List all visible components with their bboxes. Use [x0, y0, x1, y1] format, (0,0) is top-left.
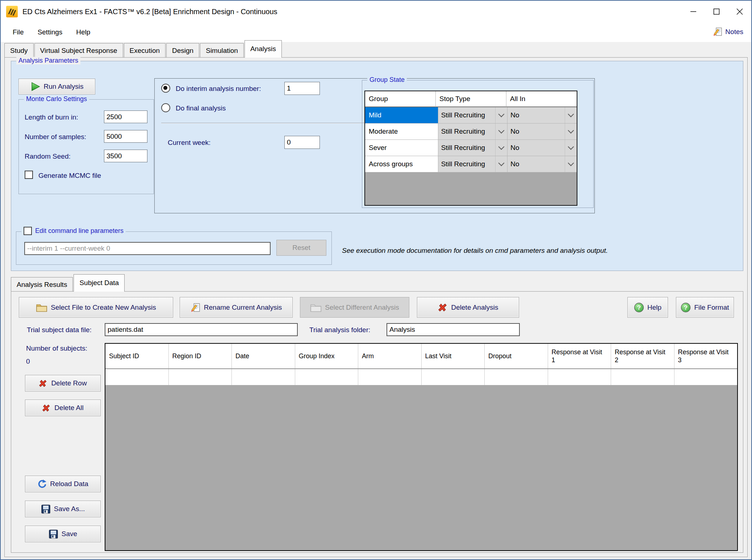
trial-subject-data-file-label: Trial subject data file:: [27, 326, 92, 334]
chevron-down-icon[interactable]: [565, 107, 577, 123]
tab-design[interactable]: Design: [166, 43, 199, 58]
close-button[interactable]: [728, 1, 751, 22]
empty-cell[interactable]: [611, 369, 674, 385]
chevron-down-icon[interactable]: [495, 107, 507, 123]
col-arm[interactable]: Arm: [358, 344, 422, 368]
select-file-new-analysis-button[interactable]: Select File to Create New Analysis: [19, 297, 173, 318]
group-state-header-row: Group Stop Type All In: [365, 91, 577, 107]
rename-current-analysis-button[interactable]: Rename Current Analysis: [180, 297, 293, 318]
empty-cell[interactable]: [169, 369, 232, 385]
stop-type-value: Still Recruiting: [438, 140, 496, 156]
number-of-subjects-value: 0: [26, 358, 30, 365]
col-dropout[interactable]: Dropout: [485, 344, 548, 368]
cmd-params-legend-row: Edit command line parameters: [21, 227, 126, 235]
group-state-row-across-groups: Across groups Still Recruiting No: [365, 156, 577, 172]
subject-data-panel: Select File to Create New Analysis Renam…: [11, 291, 743, 553]
trial-analysis-folder-input[interactable]: [387, 323, 520, 336]
col-response-visit-2[interactable]: Response at Visit 2: [611, 344, 674, 368]
select-different-analysis-button[interactable]: Select Different Analysis: [300, 297, 409, 318]
stop-type-dropdown[interactable]: Still Recruiting: [438, 156, 508, 172]
delete-all-button[interactable]: Delete All: [25, 400, 101, 416]
interim-number-input[interactable]: [284, 82, 320, 95]
edit-cmd-checkbox[interactable]: [24, 227, 32, 235]
empty-cell[interactable]: [295, 369, 359, 385]
analysis-parameters-legend: Analysis Parameters: [16, 57, 80, 64]
generate-mcmc-checkbox[interactable]: [25, 171, 33, 179]
save-button[interactable]: Save: [25, 526, 101, 542]
run-analysis-button[interactable]: Run Analysis: [18, 79, 95, 95]
reload-data-button[interactable]: Reload Data: [25, 476, 101, 492]
tab-virtual-subject-response[interactable]: Virtual Subject Response: [34, 43, 123, 58]
delete-analysis-button[interactable]: Delete Analysis: [417, 297, 519, 318]
group-cell[interactable]: Mild: [365, 107, 438, 124]
group-cell[interactable]: Moderate: [365, 124, 438, 140]
empty-cell[interactable]: [485, 369, 548, 385]
col-last-visit[interactable]: Last Visit: [422, 344, 485, 368]
cmd-params-group: Edit command line parameters Reset: [16, 231, 332, 265]
chevron-down-icon[interactable]: [495, 156, 507, 172]
trial-subject-data-file-input[interactable]: [105, 323, 298, 336]
col-date[interactable]: Date: [232, 344, 295, 368]
tab-study[interactable]: Study: [4, 43, 34, 58]
empty-cell[interactable]: [232, 369, 295, 385]
empty-cell[interactable]: [674, 369, 738, 385]
group-state-group: Group State Group Stop Type All In Mild …: [362, 80, 594, 208]
col-response-visit-3[interactable]: Response at Visit 3: [674, 344, 738, 368]
all-in-dropdown[interactable]: No: [507, 124, 577, 140]
stop-type-dropdown[interactable]: Still Recruiting: [438, 124, 508, 140]
col-response-visit-1[interactable]: Response at Visit 1: [548, 344, 611, 368]
window-controls: [682, 1, 751, 22]
notes-button[interactable]: Notes: [711, 25, 745, 38]
final-analysis-radio[interactable]: [161, 103, 170, 112]
file-format-button[interactable]: ? File Format: [676, 297, 734, 318]
group-cell[interactable]: Across groups: [365, 156, 438, 172]
minimize-button[interactable]: [682, 1, 705, 22]
tab-analysis[interactable]: Analysis: [245, 40, 282, 58]
final-analysis-label: Do final analysis: [176, 104, 226, 112]
help-button[interactable]: ? Help: [627, 297, 668, 318]
num-samples-input[interactable]: [104, 130, 147, 143]
menu-help[interactable]: Help: [69, 25, 97, 39]
group-state-empty-area: [365, 172, 577, 205]
chevron-down-icon[interactable]: [565, 140, 577, 156]
col-subject-id[interactable]: Subject ID: [105, 344, 169, 368]
current-week-input[interactable]: [284, 136, 320, 149]
mode-divider: [161, 123, 365, 124]
tab-execution[interactable]: Execution: [124, 43, 166, 58]
all-in-value: No: [507, 124, 565, 139]
stop-type-dropdown[interactable]: Still Recruiting: [438, 140, 508, 156]
all-in-dropdown[interactable]: No: [507, 156, 577, 172]
chevron-down-icon[interactable]: [565, 124, 577, 139]
group-state-row-moderate: Moderate Still Recruiting No: [365, 124, 577, 140]
all-in-dropdown[interactable]: No: [507, 140, 577, 156]
empty-cell[interactable]: [422, 369, 485, 385]
group-state-col-group: Group: [365, 91, 436, 107]
app-logo-icon: [6, 5, 18, 18]
reset-button[interactable]: Reset: [276, 240, 326, 256]
tab-simulation[interactable]: Simulation: [200, 43, 244, 58]
delete-row-button[interactable]: Delete Row: [25, 375, 101, 392]
col-group-index[interactable]: Group Index: [295, 344, 359, 368]
tab-analysis-results[interactable]: Analysis Results: [11, 277, 73, 292]
chevron-down-icon[interactable]: [495, 124, 507, 139]
maximize-button[interactable]: [705, 1, 728, 22]
save-as-button[interactable]: Save As...: [25, 501, 101, 517]
group-cell[interactable]: Sever: [365, 140, 438, 156]
menu-file[interactable]: File: [6, 25, 31, 39]
menu-settings[interactable]: Settings: [31, 25, 70, 39]
random-seed-input[interactable]: [104, 150, 147, 162]
interim-analysis-radio[interactable]: [161, 84, 170, 93]
empty-cell[interactable]: [358, 369, 422, 385]
all-in-dropdown[interactable]: No: [507, 107, 577, 124]
empty-cell[interactable]: [548, 369, 611, 385]
burn-in-input[interactable]: [104, 110, 147, 123]
cmd-params-input[interactable]: [24, 242, 271, 255]
empty-cell[interactable]: [105, 369, 169, 385]
chevron-down-icon[interactable]: [565, 156, 577, 172]
col-region-id[interactable]: Region ID: [169, 344, 232, 368]
tab-subject-data[interactable]: Subject Data: [74, 274, 125, 292]
chevron-down-icon[interactable]: [495, 140, 507, 156]
stop-type-dropdown[interactable]: Still Recruiting: [438, 107, 508, 124]
minimize-icon: [690, 8, 697, 15]
maximize-icon: [713, 8, 720, 15]
